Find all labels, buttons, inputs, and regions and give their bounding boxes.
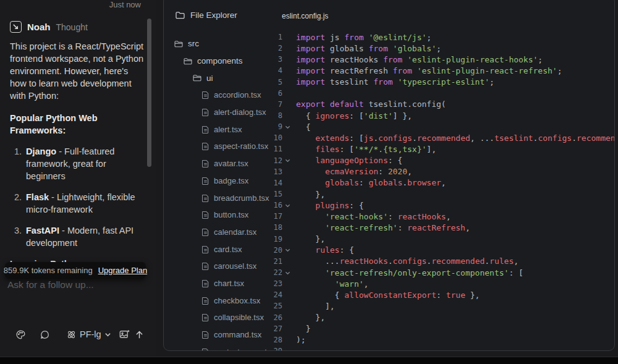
fold-toggle-icon[interactable] — [282, 270, 296, 276]
code-text: rules: { — [296, 245, 354, 255]
code-line[interactable]: 11 files: ['**/*.{ts,tsx}'], — [272, 143, 614, 154]
code-text: 'react-refresh': reactRefresh, — [296, 223, 470, 232]
token-notice-bar: 859.9K tokens remaining Upgrade Plan — [5, 262, 146, 279]
model-selector[interactable]: PF-lg — [66, 329, 111, 340]
fold-toggle-icon[interactable] — [282, 124, 296, 130]
line-number: 15 — [272, 190, 282, 198]
code-line[interactable]: 22 'react-refresh/only-export-components… — [272, 267, 614, 278]
followup-input[interactable] — [7, 279, 147, 290]
file-item[interactable]: checkbox.tsx — [164, 292, 287, 309]
fold-toggle-icon[interactable] — [282, 158, 296, 163]
file-item[interactable]: button.tsx — [164, 206, 287, 224]
file-icon — [202, 245, 209, 253]
code-line[interactable]: 19 }, — [272, 234, 614, 245]
code-text: ], — [296, 302, 335, 311]
code-line[interactable]: 18 'react-refresh': reactRefresh, — [272, 222, 614, 233]
framework-item: 1.Django - Full-featured framework, grea… — [10, 145, 145, 182]
code-line[interactable]: 8 { ignores: ['dist'] }, — [272, 110, 614, 121]
code-line[interactable]: 21 ...reactHooks.configs.recommended.rul… — [272, 256, 614, 267]
code-line[interactable]: 28); — [272, 334, 614, 345]
file-item[interactable]: context-menu.tsx — [164, 343, 287, 351]
line-number: 5 — [272, 78, 282, 87]
code-line[interactable]: 25 ], — [272, 300, 614, 311]
open-folder-icon — [193, 74, 201, 82]
file-item[interactable]: card.tsx — [164, 240, 287, 258]
file-item[interactable]: avatar.tsx — [164, 155, 287, 172]
upgrade-plan-link[interactable]: Upgrade Plan — [98, 266, 148, 275]
code-text: 'react-refresh/only-export-components': … — [296, 268, 523, 277]
code-line[interactable]: 17 'react-hooks': reactHooks, — [272, 211, 614, 222]
file-item[interactable]: command.tsx — [164, 326, 287, 344]
model-label: PF-lg — [80, 329, 101, 339]
code-line[interactable]: 2import globals from 'globals'; — [272, 43, 614, 54]
code-line[interactable]: 26 }, — [272, 312, 614, 323]
code-text: { — [296, 122, 310, 132]
message-timestamp: Just now — [109, 0, 141, 9]
line-number: 4 — [272, 66, 282, 75]
file-item[interactable]: calendar.tsx — [164, 224, 287, 241]
framework-item: 3.FastAPI - Modern, fast API development — [10, 224, 145, 249]
code-line[interactable]: 7export default tseslint.config( — [272, 99, 614, 110]
code-line[interactable]: 27 } — [272, 323, 614, 334]
code-text: } — [296, 324, 310, 333]
code-line[interactable]: 10 extends: [js.configs.recommended, ...… — [272, 132, 614, 143]
code-line[interactable]: 29 — [272, 345, 614, 351]
folder-item-ui[interactable]: ui — [164, 69, 287, 87]
file-item[interactable]: chart.tsx — [164, 275, 287, 292]
code-line[interactable]: 1import js from '@eslint/js'; — [272, 32, 614, 43]
file-icon — [202, 331, 209, 339]
line-number: 19 — [272, 235, 282, 243]
line-number: 17 — [272, 212, 282, 221]
code-editor[interactable]: 1import js from '@eslint/js';2import glo… — [272, 32, 614, 351]
framework-text: Flask - Lightweight, flexible micro-fram… — [26, 191, 145, 216]
folder-item-components[interactable]: components — [164, 53, 287, 70]
chat-scrollbar[interactable] — [147, 19, 151, 167]
code-line[interactable]: 14 globals: globals.browser, — [272, 177, 614, 188]
file-item[interactable]: aspect-ratio.tsx — [164, 138, 287, 155]
code-line[interactable]: 24 { allowConstantExport: true }, — [272, 289, 614, 300]
fold-toggle-icon[interactable] — [282, 247, 296, 253]
code-line[interactable]: 6 — [272, 88, 614, 99]
file-icon — [202, 211, 209, 219]
palette-icon[interactable] — [15, 329, 26, 340]
file-item[interactable]: badge.tsx — [164, 172, 287, 190]
file-item[interactable]: collapsible.tsx — [164, 309, 287, 326]
code-line[interactable]: 15 }, — [272, 188, 614, 200]
code-line[interactable]: 9 { — [272, 121, 614, 132]
file-item[interactable]: alert.tsx — [164, 121, 287, 138]
code-line[interactable]: 3import reactHooks from 'eslint-plugin-r… — [272, 54, 614, 65]
open-folder-icon — [174, 40, 183, 48]
chat-bubble-icon[interactable] — [40, 329, 50, 340]
file-item[interactable]: carousel.tsx — [164, 258, 287, 275]
add-image-icon[interactable] — [119, 329, 130, 340]
line-number: 8 — [272, 111, 282, 120]
list-number: 3. — [10, 224, 26, 249]
file-item[interactable]: breadcrumb.tsx — [164, 189, 287, 206]
line-number: 23 — [272, 279, 282, 288]
line-number: 20 — [272, 246, 282, 255]
code-line[interactable]: 16 plugins: { — [272, 200, 614, 211]
message-header: Noah Thought — [10, 21, 145, 33]
line-number: 24 — [272, 290, 282, 299]
framework-item: 2.Flask - Lightweight, flexible micro-fr… — [10, 191, 145, 216]
code-line[interactable]: 5import tseslint from 'typescript-eslint… — [272, 77, 614, 88]
thought-badge[interactable]: Thought — [56, 22, 88, 32]
code-line[interactable]: 12 languageOptions: { — [272, 155, 614, 166]
file-item[interactable]: accordion.tsx — [164, 87, 287, 104]
code-line[interactable]: 13 ecmaVersion: 2020, — [272, 166, 614, 177]
file-tree: src components ui accordion.tsx alert-di… — [164, 35, 287, 351]
open-file-tab[interactable]: eslint.config.js — [282, 12, 328, 20]
line-number: 13 — [272, 167, 282, 176]
code-line[interactable]: 20 rules: { — [272, 245, 614, 256]
atom-icon — [66, 329, 77, 340]
code-line[interactable]: 23 'warn', — [272, 278, 614, 289]
code-line[interactable]: 4import reactRefresh from 'eslint-plugin… — [272, 65, 614, 76]
folder-item-src[interactable]: src — [164, 35, 287, 53]
send-button[interactable] — [134, 329, 145, 340]
file-item[interactable]: alert-dialog.tsx — [164, 104, 287, 121]
fold-toggle-icon[interactable] — [282, 203, 296, 208]
file-icon — [202, 279, 209, 287]
sender-name: Noah — [27, 22, 51, 32]
code-text: ...reactHooks.configs.recommended.rules, — [296, 256, 519, 266]
list-number: 2. — [10, 191, 26, 216]
